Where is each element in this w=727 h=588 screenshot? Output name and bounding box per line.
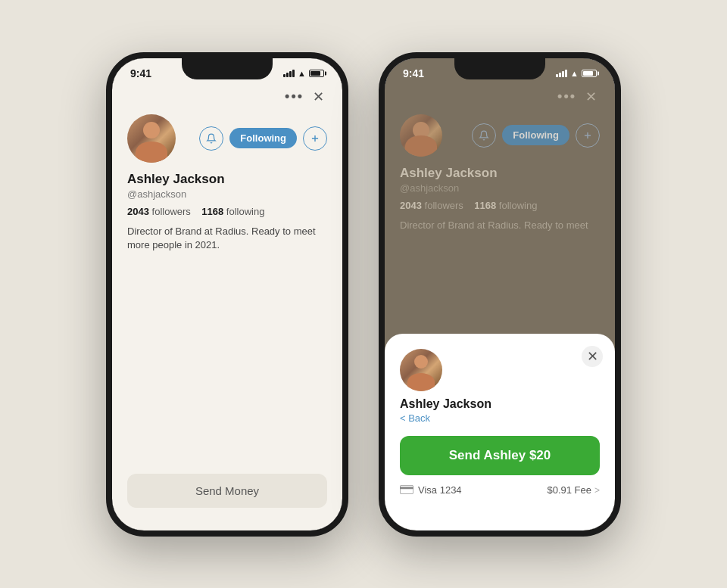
- card-label: Visa 1234: [418, 484, 462, 496]
- followers-row-2: 2043 followers 1168 following: [400, 200, 600, 211]
- followers-label-1: followers: [152, 206, 191, 217]
- modal-back-button[interactable]: < Back: [400, 412, 600, 424]
- dark-profile-section: ••• ✕ Following: [385, 82, 615, 244]
- status-icons-2: ▲: [556, 69, 597, 78]
- chevron-right-icon: >: [594, 485, 600, 496]
- battery-icon-2: [582, 70, 597, 77]
- profile-info-1: Ashley Jackson @ashjackson 2043 follower…: [127, 172, 327, 252]
- action-buttons-2: Following: [472, 123, 600, 148]
- phone-2: 9:41 ▲ •••: [379, 52, 621, 537]
- signal-bar-2: [556, 74, 558, 77]
- profile-header-1: Following: [127, 114, 327, 163]
- followers-count-2: 2043: [400, 200, 422, 211]
- profile-name-1: Ashley Jackson: [127, 172, 327, 187]
- svg-rect-4: [400, 485, 413, 493]
- add-button-1[interactable]: [303, 126, 327, 151]
- following-button-2[interactable]: Following: [502, 125, 569, 145]
- action-buttons-1: Following: [199, 126, 327, 151]
- following-label-1: following: [226, 206, 265, 217]
- phone-2-screen: 9:41 ▲ •••: [385, 58, 615, 530]
- payment-details: Visa 1234 $0.91 Fee >: [400, 484, 600, 496]
- signal-bar: [292, 70, 295, 77]
- modal-avatar: [400, 349, 442, 391]
- followers-label-2: followers: [425, 200, 463, 211]
- battery-icon-1: [309, 70, 324, 77]
- signal-bars-1: [283, 70, 295, 77]
- svg-rect-5: [400, 487, 413, 489]
- signal-bar: [289, 71, 292, 77]
- following-count-1: 1168: [201, 206, 223, 217]
- dots-menu-button[interactable]: •••: [285, 89, 304, 104]
- avatar-1: [127, 114, 176, 163]
- fee-label: $0.91 Fee: [547, 484, 591, 496]
- signal-bar: [286, 73, 289, 77]
- avatar-2: [400, 114, 442, 157]
- profile-content-1: ••• ✕ Following: [112, 82, 342, 272]
- wifi-icon-1: ▲: [298, 69, 306, 78]
- top-actions-1: ••• ✕: [127, 89, 327, 105]
- modal-close-button[interactable]: ✕: [582, 346, 603, 367]
- profile-header-2: Following: [400, 114, 600, 157]
- phones-container: 9:41 ▲: [106, 52, 621, 537]
- add-button-2[interactable]: [576, 123, 600, 148]
- card-icon: [400, 484, 413, 496]
- status-icons-1: ▲: [283, 69, 324, 78]
- following-button-1[interactable]: Following: [229, 128, 297, 148]
- phone-1: 9:41 ▲: [106, 52, 348, 537]
- status-time-2: 9:41: [403, 67, 424, 79]
- profile-bio-1: Director of Brand at Radius. Ready to me…: [127, 225, 327, 252]
- signal-bar-2: [559, 73, 561, 77]
- modal-name: Ashley Jackson: [400, 397, 600, 411]
- profile-bio-2: Director of Brand at Radius. Ready to me…: [400, 219, 600, 232]
- following-label-2: following: [499, 200, 538, 211]
- top-actions-2: ••• ✕: [400, 89, 600, 105]
- dots-menu-button-2[interactable]: •••: [557, 89, 576, 104]
- status-bar-2: 9:41 ▲: [385, 58, 615, 82]
- signal-bar-2: [562, 71, 564, 77]
- payment-modal: ✕ Ashley Jackson < Back Send Ashley $20: [385, 334, 615, 530]
- signal-bar: [283, 74, 285, 77]
- phone-1-screen: 9:41 ▲: [112, 58, 342, 530]
- followers-row-1: 2043 followers 1168 following: [127, 206, 327, 217]
- close-button-2[interactable]: ✕: [585, 89, 597, 105]
- payment-left: Visa 1234: [400, 484, 462, 496]
- bell-button-2[interactable]: [472, 123, 496, 148]
- bell-button-1[interactable]: [199, 126, 223, 151]
- battery-fill-2: [583, 71, 593, 76]
- status-bar-1: 9:41 ▲: [112, 58, 342, 82]
- send-money-button[interactable]: Send Money: [127, 474, 327, 508]
- close-button-1[interactable]: ✕: [313, 89, 324, 105]
- profile-handle-1: @ashjackson: [127, 188, 327, 200]
- profile-handle-2: @ashjackson: [400, 182, 600, 194]
- following-count-2: 1168: [474, 200, 496, 211]
- payment-right[interactable]: $0.91 Fee >: [547, 484, 600, 496]
- battery-fill-1: [310, 71, 320, 76]
- signal-bars-2: [556, 70, 567, 77]
- followers-count-1: 2043: [127, 206, 149, 217]
- send-payment-button[interactable]: Send Ashley $20: [400, 436, 600, 475]
- profile-name-2: Ashley Jackson: [400, 166, 600, 181]
- signal-bar-2: [565, 70, 567, 77]
- wifi-icon-2: ▲: [570, 69, 579, 78]
- status-time-1: 9:41: [130, 67, 151, 79]
